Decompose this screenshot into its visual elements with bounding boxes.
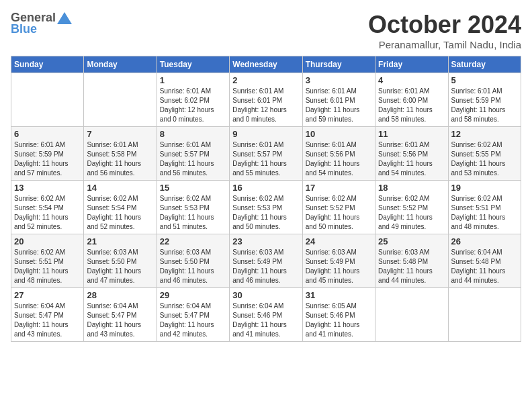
day-number: 13 [14,183,81,193]
calendar-cell: 29Sunrise: 6:04 AM Sunset: 5:47 PM Dayli… [157,288,229,342]
logo-blue-text: Blue [11,22,37,36]
title-block: October 2024 Peranamallur, Tamil Nadu, I… [368,11,521,50]
day-info: Sunrise: 6:04 AM Sunset: 5:46 PM Dayligh… [232,302,299,339]
calendar-cell [11,73,84,127]
calendar-cell: 1Sunrise: 6:01 AM Sunset: 6:02 PM Daylig… [157,73,229,127]
day-info: Sunrise: 6:04 AM Sunset: 5:47 PM Dayligh… [14,302,81,339]
day-info: Sunrise: 6:01 AM Sunset: 5:58 PM Dayligh… [87,140,153,178]
calendar-body: 1Sunrise: 6:01 AM Sunset: 6:02 PM Daylig… [11,73,521,342]
calendar-cell: 20Sunrise: 6:02 AM Sunset: 5:51 PM Dayli… [11,234,84,288]
calendar-cell [84,73,157,127]
day-info: Sunrise: 6:04 AM Sunset: 5:47 PM Dayligh… [160,302,226,339]
calendar-header-row: SundayMondayTuesdayWednesdayThursdayFrid… [11,56,521,73]
day-info: Sunrise: 6:01 AM Sunset: 6:01 PM Dayligh… [306,87,372,124]
day-number: 7 [87,129,153,139]
day-info: Sunrise: 6:02 AM Sunset: 5:52 PM Dayligh… [306,194,372,232]
calendar-cell: 26Sunrise: 6:04 AM Sunset: 5:48 PM Dayli… [448,234,521,288]
calendar-cell: 13Sunrise: 6:02 AM Sunset: 5:54 PM Dayli… [11,181,84,234]
day-number: 30 [232,290,299,300]
day-info: Sunrise: 6:04 AM Sunset: 5:47 PM Dayligh… [87,302,153,339]
day-number: 12 [451,129,518,139]
day-info: Sunrise: 6:01 AM Sunset: 5:57 PM Dayligh… [160,140,226,178]
subtitle: Peranamallur, Tamil Nadu, India [368,39,521,50]
day-of-week-header: Wednesday [230,56,302,73]
day-info: Sunrise: 6:01 AM Sunset: 5:56 PM Dayligh… [306,140,372,178]
calendar-week-row: 13Sunrise: 6:02 AM Sunset: 5:54 PM Dayli… [11,181,521,234]
calendar-cell: 27Sunrise: 6:04 AM Sunset: 5:47 PM Dayli… [11,288,84,342]
svg-marker-0 [57,12,72,24]
day-info: Sunrise: 6:05 AM Sunset: 5:46 PM Dayligh… [306,302,372,339]
day-info: Sunrise: 6:03 AM Sunset: 5:49 PM Dayligh… [232,248,299,285]
day-number: 25 [378,236,445,246]
calendar-cell [375,288,448,342]
day-info: Sunrise: 6:03 AM Sunset: 5:50 PM Dayligh… [160,248,226,285]
day-number: 20 [14,236,81,246]
day-number: 5 [451,75,518,85]
calendar-cell: 2Sunrise: 6:01 AM Sunset: 6:01 PM Daylig… [230,73,302,127]
calendar-cell: 12Sunrise: 6:02 AM Sunset: 5:55 PM Dayli… [448,127,521,181]
calendar-cell: 3Sunrise: 6:01 AM Sunset: 6:01 PM Daylig… [302,73,375,127]
calendar-cell: 11Sunrise: 6:01 AM Sunset: 5:56 PM Dayli… [375,127,448,181]
day-number: 16 [232,183,299,193]
calendar-cell: 8Sunrise: 6:01 AM Sunset: 5:57 PM Daylig… [157,127,229,181]
day-info: Sunrise: 6:01 AM Sunset: 5:59 PM Dayligh… [451,87,518,124]
day-info: Sunrise: 6:02 AM Sunset: 5:52 PM Dayligh… [378,194,445,232]
calendar-cell: 7Sunrise: 6:01 AM Sunset: 5:58 PM Daylig… [84,127,157,181]
day-number: 3 [306,75,372,85]
calendar-cell: 10Sunrise: 6:01 AM Sunset: 5:56 PM Dayli… [302,127,375,181]
calendar-week-row: 27Sunrise: 6:04 AM Sunset: 5:47 PM Dayli… [11,288,521,342]
page-header: General Blue October 2024 Peranamallur, … [11,11,521,50]
day-number: 2 [232,75,299,85]
day-info: Sunrise: 6:03 AM Sunset: 5:50 PM Dayligh… [87,248,153,285]
logo: General Blue [11,11,73,36]
day-number: 15 [160,183,226,193]
calendar-cell: 6Sunrise: 6:01 AM Sunset: 5:59 PM Daylig… [11,127,84,181]
calendar-header: SundayMondayTuesdayWednesdayThursdayFrid… [11,56,521,73]
calendar-cell: 9Sunrise: 6:01 AM Sunset: 5:57 PM Daylig… [230,127,302,181]
calendar-cell: 14Sunrise: 6:02 AM Sunset: 5:54 PM Dayli… [84,181,157,234]
day-info: Sunrise: 6:02 AM Sunset: 5:54 PM Dayligh… [87,194,153,232]
day-number: 14 [87,183,153,193]
day-of-week-header: Monday [84,56,157,73]
day-number: 26 [451,236,518,246]
calendar-cell: 28Sunrise: 6:04 AM Sunset: 5:47 PM Dayli… [84,288,157,342]
day-info: Sunrise: 6:01 AM Sunset: 5:59 PM Dayligh… [14,140,81,178]
calendar-cell: 30Sunrise: 6:04 AM Sunset: 5:46 PM Dayli… [230,288,302,342]
calendar-cell: 19Sunrise: 6:02 AM Sunset: 5:51 PM Dayli… [448,181,521,234]
day-info: Sunrise: 6:02 AM Sunset: 5:51 PM Dayligh… [451,194,518,232]
day-number: 1 [160,75,226,85]
calendar-cell: 16Sunrise: 6:02 AM Sunset: 5:53 PM Dayli… [230,181,302,234]
day-number: 10 [306,129,372,139]
calendar-table: SundayMondayTuesdayWednesdayThursdayFrid… [11,56,521,342]
day-info: Sunrise: 6:01 AM Sunset: 6:01 PM Dayligh… [232,87,299,124]
day-of-week-header: Friday [375,56,448,73]
month-title: October 2024 [368,11,521,39]
day-number: 22 [160,236,226,246]
day-number: 28 [87,290,153,300]
day-number: 19 [451,183,518,193]
day-info: Sunrise: 6:04 AM Sunset: 5:48 PM Dayligh… [451,248,518,285]
day-number: 31 [306,290,372,300]
day-number: 29 [160,290,226,300]
calendar-cell: 17Sunrise: 6:02 AM Sunset: 5:52 PM Dayli… [302,181,375,234]
calendar-cell: 21Sunrise: 6:03 AM Sunset: 5:50 PM Dayli… [84,234,157,288]
day-info: Sunrise: 6:02 AM Sunset: 5:53 PM Dayligh… [160,194,226,232]
calendar-week-row: 1Sunrise: 6:01 AM Sunset: 6:02 PM Daylig… [11,73,521,127]
calendar-cell: 4Sunrise: 6:01 AM Sunset: 6:00 PM Daylig… [375,73,448,127]
day-number: 9 [232,129,299,139]
calendar-cell [448,288,521,342]
logo-icon [57,12,72,24]
day-of-week-header: Thursday [302,56,375,73]
day-of-week-header: Sunday [11,56,84,73]
day-number: 27 [14,290,81,300]
day-info: Sunrise: 6:02 AM Sunset: 5:54 PM Dayligh… [14,194,81,232]
calendar-cell: 18Sunrise: 6:02 AM Sunset: 5:52 PM Dayli… [375,181,448,234]
day-number: 21 [87,236,153,246]
day-number: 8 [160,129,226,139]
calendar-week-row: 6Sunrise: 6:01 AM Sunset: 5:59 PM Daylig… [11,127,521,181]
day-of-week-header: Tuesday [157,56,229,73]
calendar-cell: 15Sunrise: 6:02 AM Sunset: 5:53 PM Dayli… [157,181,229,234]
calendar-week-row: 20Sunrise: 6:02 AM Sunset: 5:51 PM Dayli… [11,234,521,288]
day-info: Sunrise: 6:01 AM Sunset: 5:56 PM Dayligh… [378,140,445,178]
day-number: 6 [14,129,81,139]
